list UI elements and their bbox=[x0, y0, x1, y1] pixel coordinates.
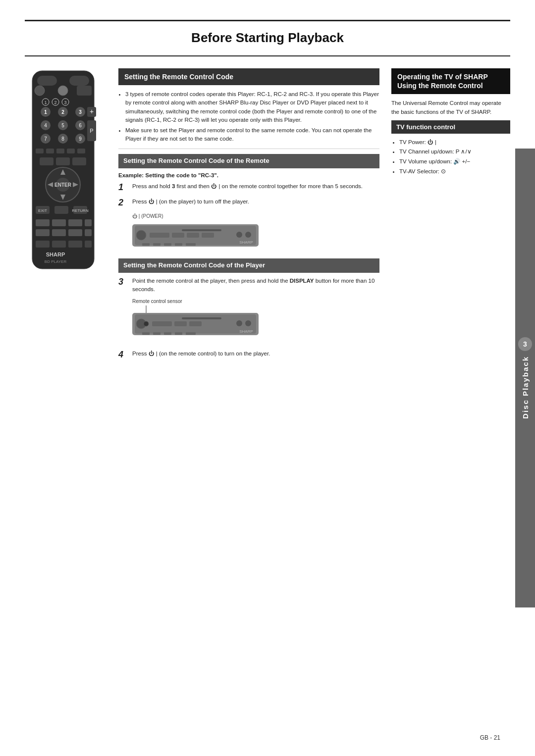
player-svg-1: SHARP bbox=[132, 222, 261, 249]
svg-rect-59 bbox=[85, 241, 92, 248]
right-col: Operating the TV of SHARP Using the Remo… bbox=[391, 68, 510, 365]
svg-text:SHARP: SHARP bbox=[239, 329, 253, 334]
svg-text:2: 2 bbox=[54, 100, 56, 105]
svg-rect-79 bbox=[142, 243, 150, 246]
sensor-label: Remote control sensor bbox=[132, 299, 379, 304]
svg-rect-98 bbox=[164, 332, 171, 335]
page-number: GB - 21 bbox=[480, 734, 500, 741]
tv-function-item-3: TV Volume up/down: 🔊 +/− bbox=[399, 157, 510, 167]
svg-text:3: 3 bbox=[79, 109, 82, 115]
svg-rect-54 bbox=[68, 229, 82, 236]
remote-image-col: 1 2 3 + 4 5 6 7 8 bbox=[25, 68, 107, 365]
svg-text:1: 1 bbox=[44, 109, 47, 115]
side-tab-number: 3 bbox=[518, 337, 532, 351]
svg-rect-29 bbox=[46, 149, 54, 153]
svg-rect-50 bbox=[68, 219, 82, 226]
tv-function-item-1: TV Power: ⏻ | bbox=[399, 138, 510, 148]
player-device-2-container: Remote control sensor bbox=[132, 299, 379, 342]
svg-rect-90 bbox=[174, 321, 187, 326]
side-tab-label: Disc Playback bbox=[521, 356, 530, 419]
svg-rect-53 bbox=[52, 229, 66, 236]
side-tab: 3 Disc Playback bbox=[515, 149, 535, 607]
svg-rect-32 bbox=[77, 149, 85, 153]
svg-point-88 bbox=[144, 321, 149, 326]
middle-col: Setting the Remote Control Code 3 types … bbox=[118, 68, 379, 365]
svg-text:SHARP: SHARP bbox=[239, 240, 253, 245]
svg-rect-33 bbox=[40, 157, 54, 165]
tv-sharp-header: Operating the TV of SHARP Using the Remo… bbox=[391, 68, 510, 94]
step-1-number: 1 bbox=[118, 182, 128, 193]
svg-text:BD PLAYER: BD PLAYER bbox=[45, 259, 67, 264]
svg-text:2: 2 bbox=[61, 109, 64, 115]
svg-point-3 bbox=[35, 86, 45, 96]
svg-rect-35 bbox=[72, 157, 86, 165]
svg-rect-82 bbox=[175, 243, 182, 246]
svg-text:5: 5 bbox=[61, 123, 64, 128]
svg-text:ENTER: ENTER bbox=[54, 182, 72, 188]
svg-text:+: + bbox=[90, 107, 94, 115]
svg-rect-77 bbox=[245, 232, 251, 238]
tv-sharp-description: The Universal Remote Control may operate… bbox=[391, 99, 510, 116]
player-svg-2: SHARP bbox=[132, 305, 261, 340]
step-2: 2 Press ⏻ | (on the player) to turn off … bbox=[118, 198, 379, 208]
remote-control-illustration: 1 2 3 + 4 5 6 7 8 bbox=[25, 68, 102, 276]
svg-rect-94 bbox=[245, 320, 251, 326]
svg-text:7: 7 bbox=[44, 136, 47, 142]
player-code-header: Setting the Remote Control Code of the P… bbox=[118, 258, 379, 273]
tv-function-item-4: TV-AV Selector: ⊙ bbox=[399, 167, 510, 177]
remote-control-code-text: 3 types of remote control codes operate … bbox=[118, 90, 379, 144]
svg-text:1: 1 bbox=[44, 100, 47, 105]
player-device-1: SHARP bbox=[132, 222, 379, 251]
step-2-number: 2 bbox=[118, 198, 128, 208]
step-3: 3 Point the remote control at the player… bbox=[118, 277, 379, 294]
svg-text:P: P bbox=[90, 128, 93, 134]
svg-rect-34 bbox=[56, 157, 70, 165]
svg-text:EXIT: EXIT bbox=[38, 208, 47, 213]
svg-rect-100 bbox=[186, 332, 196, 335]
svg-text:8: 8 bbox=[61, 136, 64, 142]
svg-rect-51 bbox=[85, 219, 92, 226]
svg-rect-89 bbox=[152, 321, 172, 326]
svg-rect-1 bbox=[37, 76, 57, 86]
svg-rect-80 bbox=[153, 243, 160, 246]
svg-text:3: 3 bbox=[64, 100, 66, 105]
page-title-section: Before Starting Playback bbox=[25, 21, 510, 56]
svg-text:RETURN: RETURN bbox=[72, 208, 89, 213]
step-4-number: 4 bbox=[118, 350, 128, 360]
svg-point-70 bbox=[136, 230, 146, 240]
page-title: Before Starting Playback bbox=[191, 30, 344, 45]
svg-rect-55 bbox=[85, 229, 92, 236]
divider bbox=[118, 149, 379, 149]
svg-text:4: 4 bbox=[44, 123, 47, 128]
svg-rect-96 bbox=[142, 332, 150, 335]
svg-rect-28 bbox=[36, 149, 44, 153]
bullet-2: Make sure to set the Player and remote c… bbox=[125, 126, 379, 144]
step-3-text: Point the remote control at the player, … bbox=[132, 277, 379, 294]
svg-rect-57 bbox=[52, 241, 66, 248]
step-1-text: Press and hold 3 first and then ⏻ | on t… bbox=[132, 182, 379, 191]
step-1: 1 Press and hold 3 first and then ⏻ | on… bbox=[118, 182, 379, 193]
step-2-text: Press ⏻ | (on the player) to turn off th… bbox=[132, 198, 379, 206]
example-text: Example: Setting the code to "RC-3". bbox=[118, 172, 379, 178]
step-3-number: 3 bbox=[118, 277, 128, 288]
svg-text:6: 6 bbox=[79, 123, 82, 128]
svg-rect-56 bbox=[36, 241, 50, 248]
svg-rect-30 bbox=[56, 149, 64, 153]
tv-function-list: TV Power: ⏻ | TV Channel up/down: P ∧/∨ … bbox=[391, 138, 510, 176]
svg-rect-72 bbox=[172, 233, 184, 238]
svg-rect-92 bbox=[182, 317, 221, 319]
svg-rect-45 bbox=[54, 206, 68, 214]
svg-rect-99 bbox=[175, 332, 182, 335]
svg-text:SHARP: SHARP bbox=[46, 252, 65, 257]
svg-rect-48 bbox=[36, 219, 50, 226]
main-content: 1 2 3 + 4 5 6 7 8 bbox=[25, 68, 510, 365]
svg-rect-58 bbox=[68, 241, 82, 248]
step-4-text: Press ⏻ | (on the remote control) to tur… bbox=[132, 350, 379, 358]
remote-code-remote-header: Setting the Remote Control Code of the R… bbox=[118, 154, 379, 168]
svg-rect-75 bbox=[182, 229, 221, 231]
svg-rect-97 bbox=[153, 332, 160, 335]
svg-rect-76 bbox=[236, 232, 242, 238]
svg-rect-52 bbox=[36, 229, 50, 236]
tv-function-item-2: TV Channel up/down: P ∧/∨ bbox=[399, 147, 510, 157]
tv-function-header: TV function control bbox=[391, 120, 510, 134]
